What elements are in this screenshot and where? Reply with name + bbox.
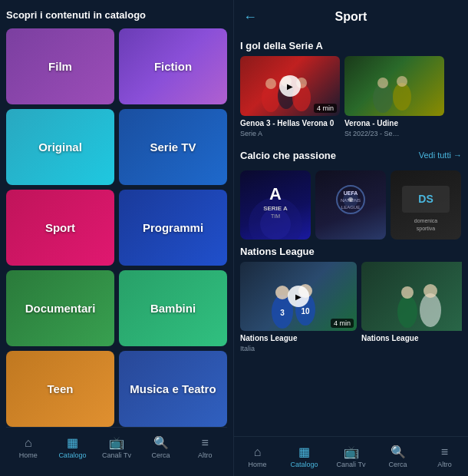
duration-nations: 4 min	[331, 319, 354, 328]
nav-left-catalogo[interactable]: ▦ Catalogo	[51, 428, 95, 467]
altro-icon-right: ≡	[441, 445, 448, 459]
svg-text:10: 10	[301, 307, 310, 316]
duration-genoa: 4 min	[314, 104, 337, 113]
video-card-nations2[interactable]: ▶ Nations League	[361, 262, 462, 352]
cat-sport[interactable]: Sport	[6, 190, 114, 266]
cerca-icon: 🔍	[153, 435, 169, 450]
video-sub-nations1: Italia	[240, 345, 357, 352]
home-icon-right: ⌂	[254, 445, 262, 459]
nav-left-home[interactable]: ⌂ Home	[6, 428, 51, 467]
video-sub-verona: St 2022/23 - Se…	[344, 130, 444, 137]
left-panel: Scopri i contenuti in catalogo Film Fict…	[0, 0, 234, 476]
right-bottom-nav: ⌂ Home ▦ Catalogo 📺 Canali Tv 🔍 Cerca ≡ …	[234, 436, 468, 476]
cerca-icon-right: 🔍	[391, 445, 406, 459]
nav-right-cerca[interactable]: 🔍 Cerca	[374, 437, 421, 476]
play-button-genoa[interactable]: ▶	[279, 75, 301, 97]
cat-teen[interactable]: Teen	[6, 351, 114, 427]
cat-bambini[interactable]: Bambini	[119, 270, 227, 346]
nav-right-altro[interactable]: ≡ Altro	[421, 437, 468, 476]
nations-art: UEFA NATIONS LEAGUE	[315, 170, 386, 240]
section-calcio-header: Calcio che passione Vedi tutti →	[240, 144, 462, 166]
svg-point-33	[420, 293, 441, 327]
nav-left-cerca[interactable]: 🔍 Cerca	[139, 428, 183, 467]
svg-text:sportiva: sportiva	[417, 226, 436, 232]
right-header: ← Sport	[234, 0, 468, 34]
right-title: Sport	[263, 10, 459, 24]
cat-fiction[interactable]: Fiction	[119, 28, 227, 104]
nav-right-home[interactable]: ⌂ Home	[234, 437, 281, 476]
svg-text:SERIE A: SERIE A	[263, 205, 288, 212]
svg-text:DS: DS	[418, 193, 433, 205]
cat-musica[interactable]: Musica e Teatro	[119, 351, 227, 427]
video-card-genoa[interactable]: ▶ 4 min Genoa 3 - Hellas Verona 0 Serie …	[240, 56, 340, 137]
svg-point-4	[265, 78, 276, 89]
section-gol-title: I gol della Serie A	[240, 40, 462, 51]
svg-point-32	[397, 296, 417, 328]
seriea-art: A SERIE A TIM	[240, 170, 311, 240]
left-bottom-nav: ⌂ Home ▦ Catalogo 📺 Canali Tv 🔍 Cerca ≡ …	[6, 427, 227, 467]
cat-programmi[interactable]: Programmi	[119, 190, 227, 266]
cat-documentari[interactable]: Documentari	[6, 270, 114, 346]
play-button-nations[interactable]: ▶	[288, 286, 309, 307]
category-grid: Film Fiction Original Serie TV Sport Pro…	[6, 28, 227, 427]
video-title-genoa: Genoa 3 - Hellas Verona 0	[240, 119, 340, 128]
video-card-nations1[interactable]: 3 10 ▶ 4 min Nations League Italia	[240, 262, 357, 352]
video-title-nations1: Nations League	[240, 334, 357, 343]
svg-point-21	[348, 197, 353, 202]
svg-point-10	[397, 76, 407, 87]
svg-point-34	[401, 286, 414, 299]
thumb-verona	[344, 56, 444, 116]
catalogo-icon-right: ▦	[298, 445, 310, 459]
svg-point-8	[393, 83, 411, 111]
canali-icon-right: 📺	[344, 445, 359, 459]
ds-art: DS domenica sportiva	[391, 170, 461, 240]
cat-serietv[interactable]: Serie TV	[119, 109, 227, 185]
home-icon: ⌂	[25, 436, 32, 450]
video-title-nations2: Nations League	[361, 334, 462, 343]
nav-right-catalogo[interactable]: ▦ Catalogo	[281, 437, 328, 476]
thumb-nations1: 3 10 ▶ 4 min	[240, 262, 357, 331]
altro-icon: ≡	[202, 436, 209, 450]
cat-seriea[interactable]: A SERIE A TIM	[240, 170, 311, 240]
svg-text:UEFA: UEFA	[344, 190, 358, 196]
see-all-calcio[interactable]: Vedi tutti →	[419, 150, 462, 160]
section-nations-title: Nations League	[240, 246, 462, 257]
left-heading: Scopri i contenuti in catalogo	[6, 9, 227, 21]
svg-text:LEAGUE: LEAGUE	[341, 205, 360, 210]
section-calcio-title: Calcio che passione	[240, 150, 336, 161]
nav-left-canali[interactable]: 📺 Canali Tv	[94, 428, 139, 467]
svg-point-9	[377, 78, 388, 88]
cat-film[interactable]: Film	[6, 28, 114, 104]
right-panel: ← Sport I gol della Serie A	[234, 0, 468, 476]
nations2-art: ▶	[361, 262, 462, 331]
nations-video-row: 3 10 ▶ 4 min Nations League Italia	[240, 262, 462, 352]
nav-right-canali[interactable]: 📺 Canali Tv	[328, 437, 374, 476]
video-card-verona[interactable]: Verona - Udine St 2022/23 - Se…	[344, 56, 444, 137]
cat-ds[interactable]: DS domenica sportiva	[391, 170, 461, 240]
video-sub-genoa: Serie A	[240, 130, 340, 137]
svg-text:A: A	[269, 184, 282, 203]
svg-text:TIM: TIM	[271, 213, 280, 219]
cat-original[interactable]: Original	[6, 109, 114, 185]
svg-point-35	[424, 284, 437, 298]
cat-nations[interactable]: UEFA NATIONS LEAGUE	[315, 170, 386, 240]
back-button[interactable]: ←	[243, 9, 257, 25]
gol-video-row: ▶ 4 min Genoa 3 - Hellas Verona 0 Serie …	[240, 56, 462, 137]
verona-art	[344, 56, 444, 116]
canali-icon: 📺	[109, 435, 124, 450]
video-title-verona: Verona - Udine	[344, 119, 444, 128]
calcio-cat-row: A SERIE A TIM UEFA NATIONS LEAGUE	[240, 170, 462, 240]
catalogo-icon: ▦	[67, 435, 78, 450]
thumb-nations2: ▶	[361, 262, 462, 331]
svg-text:domenica: domenica	[414, 218, 437, 223]
nav-left-altro[interactable]: ≡ Altro	[183, 428, 227, 467]
thumb-genoa: ▶ 4 min	[240, 56, 340, 116]
svg-text:3: 3	[280, 309, 285, 317]
right-content: I gol della Serie A ▶	[234, 34, 468, 436]
